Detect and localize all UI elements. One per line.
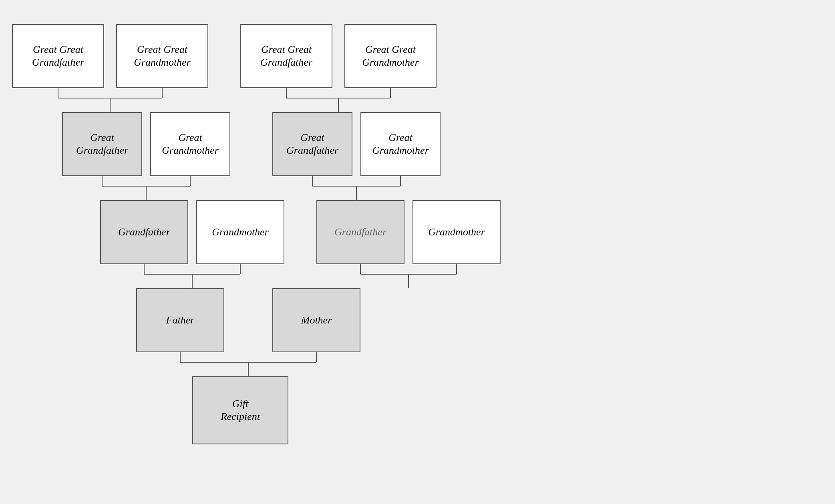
node-ggf1: Great GreatGrandfather bbox=[12, 24, 104, 88]
node-gm2: GreatGrandmother bbox=[360, 112, 441, 176]
node-grandmother-paternal: Grandmother bbox=[196, 200, 284, 264]
node-gf2: GreatGrandfather bbox=[272, 112, 352, 176]
family-tree-diagram: Great GreatGrandfather Great GreatGrandm… bbox=[0, 0, 835, 504]
node-gift-recipient: GiftRecipient bbox=[192, 376, 288, 444]
node-ggf2: Great GreatGrandfather bbox=[240, 24, 332, 88]
node-grandfather-maternal: Grandfather bbox=[316, 200, 404, 264]
node-mother: Mother bbox=[272, 288, 360, 352]
node-gf1: GreatGrandfather bbox=[62, 112, 142, 176]
node-ggm1: Great GreatGrandmother bbox=[116, 24, 208, 88]
node-father: Father bbox=[136, 288, 224, 352]
node-gm1: GreatGrandmother bbox=[150, 112, 230, 176]
node-grandmother-maternal: Grandmother bbox=[412, 200, 501, 264]
node-grandfather-paternal: Grandfather bbox=[100, 200, 188, 264]
node-ggm2: Great GreatGrandmother bbox=[344, 24, 437, 88]
